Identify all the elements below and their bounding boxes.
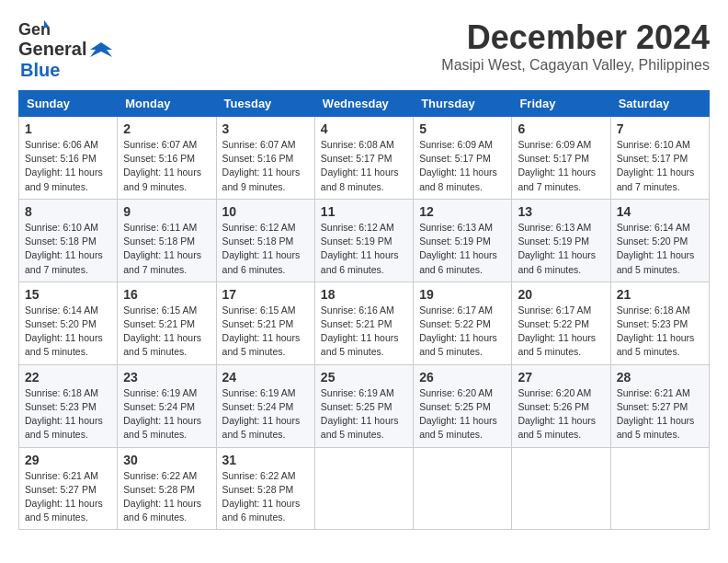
day-number: 15 <box>25 287 111 302</box>
sunset-text: Sunset: 5:19 PM <box>321 236 392 247</box>
day-info: Sunrise: 6:17 AM Sunset: 5:22 PM Dayligh… <box>419 304 506 360</box>
logo-blue-text: Blue <box>20 60 60 80</box>
calendar-cell: 6 Sunrise: 6:09 AM Sunset: 5:17 PM Dayli… <box>512 117 610 200</box>
calendar-cell: 9 Sunrise: 6:11 AM Sunset: 5:18 PM Dayli… <box>118 199 216 282</box>
daylight-text: Daylight: 11 hours and 5 minutes. <box>617 249 695 274</box>
calendar-week-4: 22 Sunrise: 6:18 AM Sunset: 5:23 PM Dayl… <box>19 364 710 447</box>
sunrise-text: Sunrise: 6:14 AM <box>617 222 690 233</box>
day-number: 20 <box>518 287 604 302</box>
sunset-text: Sunset: 5:20 PM <box>25 318 97 329</box>
calendar-cell: 23 Sunrise: 6:19 AM Sunset: 5:24 PM Dayl… <box>118 364 216 447</box>
day-info: Sunrise: 6:15 AM Sunset: 5:21 PM Dayligh… <box>123 304 210 360</box>
logo-bird-icon <box>90 40 112 59</box>
day-number: 10 <box>222 204 309 219</box>
header-monday: Monday <box>118 91 216 117</box>
day-number: 11 <box>321 204 407 219</box>
header-wednesday: Wednesday <box>314 91 413 117</box>
calendar-cell: 30 Sunrise: 6:22 AM Sunset: 5:28 PM Dayl… <box>118 447 216 530</box>
sunrise-text: Sunrise: 6:18 AM <box>25 387 98 398</box>
calendar-week-1: 1 Sunrise: 6:06 AM Sunset: 5:16 PM Dayli… <box>19 117 710 200</box>
sunset-text: Sunset: 5:27 PM <box>25 484 97 495</box>
day-number: 21 <box>617 287 703 302</box>
calendar-cell: 13 Sunrise: 6:13 AM Sunset: 5:19 PM Dayl… <box>512 199 610 282</box>
sunset-text: Sunset: 5:16 PM <box>222 153 294 164</box>
daylight-text: Daylight: 11 hours and 5 minutes. <box>518 415 596 440</box>
daylight-text: Daylight: 11 hours and 5 minutes. <box>25 415 103 440</box>
sunrise-text: Sunrise: 6:09 AM <box>518 139 591 150</box>
sunrise-text: Sunrise: 6:16 AM <box>321 304 394 316</box>
header-sunday: Sunday <box>19 91 118 117</box>
calendar-cell: 22 Sunrise: 6:18 AM Sunset: 5:23 PM Dayl… <box>19 364 118 447</box>
day-info: Sunrise: 6:10 AM Sunset: 5:18 PM Dayligh… <box>25 221 111 277</box>
day-number: 31 <box>222 453 309 467</box>
day-number: 29 <box>25 453 111 467</box>
sunrise-text: Sunrise: 6:06 AM <box>25 139 98 150</box>
daylight-text: Daylight: 11 hours and 9 minutes. <box>123 167 201 191</box>
daylight-text: Daylight: 11 hours and 5 minutes. <box>617 332 695 357</box>
calendar-cell: 12 Sunrise: 6:13 AM Sunset: 5:19 PM Dayl… <box>414 199 512 282</box>
day-number: 27 <box>518 370 604 385</box>
sunrise-text: Sunrise: 6:19 AM <box>321 387 394 398</box>
sunrise-text: Sunrise: 6:22 AM <box>123 470 197 481</box>
day-number: 25 <box>321 370 407 385</box>
calendar-cell: 10 Sunrise: 6:12 AM Sunset: 5:18 PM Dayl… <box>216 199 314 282</box>
sunrise-text: Sunrise: 6:08 AM <box>321 139 394 150</box>
day-info: Sunrise: 6:08 AM Sunset: 5:17 PM Dayligh… <box>321 138 407 194</box>
sunset-text: Sunset: 5:27 PM <box>617 401 688 412</box>
daylight-text: Daylight: 11 hours and 7 minutes. <box>25 249 103 274</box>
day-number: 8 <box>25 204 111 219</box>
day-number: 12 <box>419 204 506 219</box>
day-number: 30 <box>123 453 210 467</box>
day-number: 2 <box>123 121 210 136</box>
daylight-text: Daylight: 11 hours and 6 minutes. <box>222 498 301 523</box>
day-info: Sunrise: 6:09 AM Sunset: 5:17 PM Dayligh… <box>518 138 604 194</box>
daylight-text: Daylight: 11 hours and 6 minutes. <box>321 249 399 274</box>
day-number: 28 <box>617 370 703 385</box>
calendar-cell: 21 Sunrise: 6:18 AM Sunset: 5:23 PM Dayl… <box>610 282 709 364</box>
day-number: 14 <box>617 204 703 219</box>
sunset-text: Sunset: 5:20 PM <box>617 236 688 247</box>
sunrise-text: Sunrise: 6:18 AM <box>617 304 690 316</box>
calendar-cell: 20 Sunrise: 6:17 AM Sunset: 5:22 PM Dayl… <box>512 282 610 364</box>
sunset-text: Sunset: 5:18 PM <box>123 236 195 247</box>
day-info: Sunrise: 6:19 AM Sunset: 5:24 PM Dayligh… <box>222 386 309 442</box>
day-number: 26 <box>419 370 506 385</box>
sunset-text: Sunset: 5:24 PM <box>123 401 195 412</box>
daylight-text: Daylight: 11 hours and 6 minutes. <box>518 249 596 274</box>
day-info: Sunrise: 6:07 AM Sunset: 5:16 PM Dayligh… <box>222 138 309 194</box>
sunrise-text: Sunrise: 6:07 AM <box>123 139 197 150</box>
sunset-text: Sunset: 5:21 PM <box>321 318 392 329</box>
calendar-cell: 4 Sunrise: 6:08 AM Sunset: 5:17 PM Dayli… <box>314 117 413 200</box>
calendar-cell: 19 Sunrise: 6:17 AM Sunset: 5:22 PM Dayl… <box>414 282 512 364</box>
calendar-cell: 5 Sunrise: 6:09 AM Sunset: 5:17 PM Dayli… <box>414 117 512 200</box>
sunrise-text: Sunrise: 6:20 AM <box>518 387 591 398</box>
calendar-cell: 14 Sunrise: 6:14 AM Sunset: 5:20 PM Dayl… <box>610 199 709 282</box>
day-info: Sunrise: 6:06 AM Sunset: 5:16 PM Dayligh… <box>25 138 111 194</box>
sunrise-text: Sunrise: 6:15 AM <box>222 304 296 316</box>
sunrise-text: Sunrise: 6:21 AM <box>617 387 690 398</box>
day-number: 13 <box>518 204 604 219</box>
logo-general-text: General <box>18 39 86 60</box>
daylight-text: Daylight: 11 hours and 5 minutes. <box>419 415 497 440</box>
month-title: December 2024 <box>441 18 710 57</box>
day-info: Sunrise: 6:19 AM Sunset: 5:25 PM Dayligh… <box>321 386 407 442</box>
day-number: 3 <box>222 121 309 136</box>
sunrise-text: Sunrise: 6:12 AM <box>222 222 296 233</box>
sunrise-text: Sunrise: 6:10 AM <box>617 139 690 150</box>
daylight-text: Daylight: 11 hours and 5 minutes. <box>518 332 596 357</box>
sunrise-text: Sunrise: 6:21 AM <box>25 470 98 481</box>
sunrise-text: Sunrise: 6:20 AM <box>419 387 493 398</box>
day-number: 17 <box>222 287 309 302</box>
calendar-cell: 18 Sunrise: 6:16 AM Sunset: 5:21 PM Dayl… <box>314 282 413 364</box>
daylight-text: Daylight: 11 hours and 5 minutes. <box>25 498 103 523</box>
day-info: Sunrise: 6:07 AM Sunset: 5:16 PM Dayligh… <box>123 138 210 194</box>
calendar-cell: 31 Sunrise: 6:22 AM Sunset: 5:28 PM Dayl… <box>216 447 314 530</box>
day-info: Sunrise: 6:09 AM Sunset: 5:17 PM Dayligh… <box>419 138 506 194</box>
day-info: Sunrise: 6:13 AM Sunset: 5:19 PM Dayligh… <box>419 221 506 277</box>
header-friday: Friday <box>512 91 610 117</box>
calendar-cell: 3 Sunrise: 6:07 AM Sunset: 5:16 PM Dayli… <box>216 117 314 200</box>
day-info: Sunrise: 6:21 AM Sunset: 5:27 PM Dayligh… <box>25 469 111 525</box>
sunset-text: Sunset: 5:16 PM <box>25 153 97 164</box>
sunset-text: Sunset: 5:24 PM <box>222 401 294 412</box>
sunrise-text: Sunrise: 6:13 AM <box>518 222 591 233</box>
